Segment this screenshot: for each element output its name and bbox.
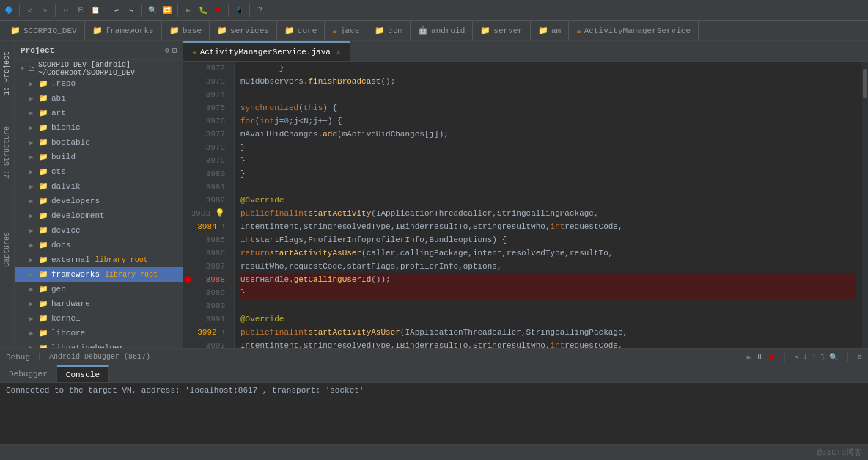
- tree-item-dalvik[interactable]: ▶ 📁 dalvik: [15, 179, 183, 194]
- nav-tab-core[interactable]: 📁 core: [277, 21, 325, 40]
- pause-icon[interactable]: ⏸: [756, 353, 763, 362]
- bottom-tab-debugger[interactable]: Debugger: [0, 365, 57, 382]
- tree-arrow-root: ▼: [21, 65, 26, 73]
- code-line-3985: int startFlags, ProfilerInfo profilerInf…: [240, 233, 856, 247]
- nav-tab-am[interactable]: 📁 am: [531, 21, 569, 40]
- tree-item-libnativehelper[interactable]: ▶ 📁 libnativehelper: [15, 340, 183, 348]
- tree-label-hardware: hardware: [51, 299, 90, 308]
- tree-item-development[interactable]: ▶ 📁 development: [15, 208, 183, 223]
- code-lines-container[interactable]: } mUidObservers.finishBroadcast(); synch…: [235, 62, 862, 348]
- tree-icon-art: 📁: [39, 109, 49, 117]
- structure-panel-toggle[interactable]: 2: Structure: [1, 122, 12, 183]
- panel-gear-icon[interactable]: ⊡: [172, 46, 177, 55]
- code-editor[interactable]: 3972 3973 3974 3975 3976 3977 3978 3979 …: [183, 62, 868, 348]
- bottom-tab-console-label: Console: [66, 370, 100, 379]
- nav-tab-android[interactable]: 🤖 android: [411, 21, 473, 40]
- evaluate-icon[interactable]: 🔍: [829, 353, 838, 362]
- tree-icon-bootable: 📁: [39, 138, 49, 147]
- nav-tab-server[interactable]: 📁 server: [473, 21, 531, 40]
- redo-icon[interactable]: ↪: [125, 4, 137, 16]
- nav-tab-frameworks[interactable]: 📁 frameworks: [85, 21, 162, 40]
- back-button[interactable]: ◁: [24, 4, 36, 16]
- ln-3993: 3993: [192, 339, 229, 348]
- run-icon[interactable]: ▶: [183, 4, 194, 16]
- ln-3982: 3982: [192, 194, 229, 207]
- settings-debug-icon[interactable]: ⚙: [858, 353, 862, 362]
- tree-item-art[interactable]: ▶ 📁 art: [15, 106, 183, 120]
- bottom-tab-console[interactable]: Console: [57, 365, 109, 382]
- tree-arrow-bionic: ▶: [29, 124, 37, 132]
- editor-tab-ams[interactable]: ☕ ActivityManagerService.java ✕: [183, 41, 350, 61]
- nav-tab-com[interactable]: 📁 com: [367, 21, 411, 40]
- copy-icon[interactable]: ⎘: [75, 4, 87, 16]
- tree-icon-cts: 📁: [39, 167, 49, 176]
- ln-3978: 3978: [192, 141, 229, 154]
- tree-arrow-kernel: ▶: [29, 315, 37, 323]
- forward-button[interactable]: ▷: [39, 4, 51, 16]
- tree-arrow-development: ▶: [29, 212, 37, 220]
- tree-item-frameworks[interactable]: ▶ 📁 frameworks library root: [15, 267, 183, 282]
- resume-icon[interactable]: ▶: [746, 353, 751, 362]
- nav-tab-label-server: server: [493, 26, 523, 35]
- run-to-cursor-icon[interactable]: ⤵: [821, 353, 825, 362]
- stop-icon[interactable]: ⏹: [212, 4, 224, 16]
- sdk-icon[interactable]: 📱: [233, 4, 245, 16]
- code-line-3987: resultWho, requestCode, startFlags, prof…: [240, 260, 856, 273]
- editor-scrollbar[interactable]: [862, 62, 868, 348]
- nav-tab-ams[interactable]: ☕ ActivityManagerService: [569, 21, 699, 40]
- tree-item-hardware[interactable]: ▶ 📁 hardware: [15, 296, 183, 311]
- editor-tabs: ☕ ActivityManagerService.java ✕: [183, 41, 868, 62]
- debug-toolbar: Debug | Android Debugger (8617) ▶ ⏸ ⏹ | …: [0, 349, 868, 365]
- nav-tab-label-com: com: [388, 26, 402, 35]
- tree-item-abi[interactable]: ▶ 📁 abi: [15, 91, 183, 106]
- bottom-panel: Debug | Android Debugger (8617) ▶ ⏸ ⏹ | …: [0, 348, 868, 444]
- tree-label-art: art: [51, 109, 66, 117]
- undo-icon[interactable]: ↩: [111, 4, 122, 16]
- code-line-3978: }: [240, 141, 856, 154]
- tree-item-bootable[interactable]: ▶ 📁 bootable: [15, 135, 183, 150]
- breakpoint-3988[interactable]: [184, 276, 191, 283]
- tree-item-kernel[interactable]: ▶ 📁 kernel: [15, 311, 183, 326]
- tree-item-device[interactable]: ▶ 📁 device: [15, 223, 183, 238]
- find-icon[interactable]: 🔍: [147, 4, 158, 16]
- stop-debug-icon[interactable]: ⏹: [768, 353, 775, 362]
- tree-item-docs[interactable]: ▶ 📁 docs: [15, 238, 183, 252]
- tree-arrow-art: ▶: [29, 109, 37, 117]
- app-icon[interactable]: 🔷: [3, 4, 15, 16]
- tree-item-build[interactable]: ▶ 📁 build: [15, 150, 183, 164]
- nav-tab-base[interactable]: 📁 base: [162, 21, 210, 40]
- nav-tab-label-services: services: [230, 26, 269, 35]
- paste-icon[interactable]: 📋: [89, 4, 101, 16]
- help-icon[interactable]: ?: [254, 4, 266, 16]
- tree-icon-abi: 📁: [39, 94, 49, 103]
- tree-icon-device: 📁: [39, 226, 49, 235]
- tree-item-root[interactable]: ▼ 🗂 SCORPIO_DEV [android] ~/CodeRoot/SCO…: [15, 62, 183, 76]
- cut-icon[interactable]: ✂: [60, 4, 72, 16]
- tree-item-cts[interactable]: ▶ 📁 cts: [15, 164, 183, 179]
- captures-panel-toggle[interactable]: Captures: [1, 227, 12, 271]
- tree-badge-external: library root: [95, 256, 148, 264]
- step-into-icon[interactable]: ↓: [803, 353, 808, 361]
- replace-icon[interactable]: 🔁: [161, 4, 173, 16]
- step-out-icon[interactable]: ↑: [812, 353, 817, 361]
- tree-item-bionic[interactable]: ▶ 📁 bionic: [15, 120, 183, 135]
- tree-item-developers[interactable]: ▶ 📁 developers: [15, 194, 183, 208]
- tree-item-gen[interactable]: ▶ 📁 gen: [15, 282, 183, 296]
- editor-tab-close[interactable]: ✕: [336, 48, 341, 56]
- tree-item-libcore[interactable]: ▶ 📁 libcore: [15, 326, 183, 340]
- project-panel-toggle[interactable]: 1: Project: [1, 47, 12, 100]
- nav-tab-label-frameworks: frameworks: [106, 26, 154, 35]
- debug-icon[interactable]: 🐛: [197, 4, 209, 16]
- nav-tab-icon-com: 📁: [375, 26, 385, 35]
- nav-tab-java[interactable]: ☕ java: [325, 21, 367, 40]
- tree-icon-gen: 📁: [39, 285, 49, 293]
- nav-tab-scorpio[interactable]: 📁 SCORPIO_DEV: [3, 21, 85, 40]
- ln-3979: 3979: [192, 154, 229, 167]
- panel-settings-icon[interactable]: ⚙: [165, 46, 169, 55]
- tree-item-external[interactable]: ▶ 📁 external library root: [15, 252, 183, 267]
- step-over-icon[interactable]: ↷: [795, 353, 799, 362]
- nav-tab-services[interactable]: 📁 services: [210, 21, 277, 40]
- tree-label-development: development: [51, 211, 105, 220]
- nav-tab-icon-frameworks: 📁: [92, 26, 103, 35]
- tree-item-repo[interactable]: ▶ 📁 .repo: [15, 76, 183, 91]
